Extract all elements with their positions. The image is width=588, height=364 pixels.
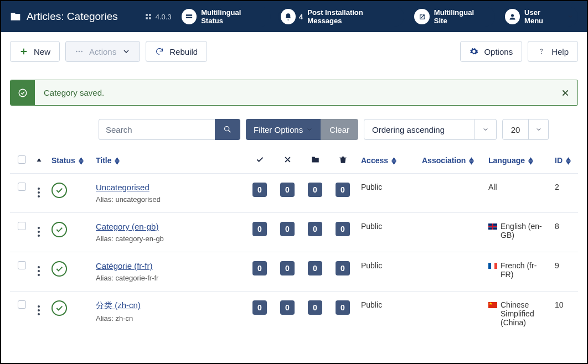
trashed-count[interactable]: 0: [336, 300, 350, 315]
flag-icon: [488, 263, 497, 269]
notifications-button[interactable]: 4 Post Installation Messages: [278, 7, 405, 27]
filter-options-button[interactable]: Filter Options: [246, 119, 321, 140]
publish-toggle[interactable]: [51, 222, 67, 237]
category-title-link[interactable]: Catégorie (fr-fr): [96, 261, 153, 271]
row-id: 8: [550, 213, 578, 252]
page-title: Articles: Categories: [27, 11, 118, 23]
trashed-count[interactable]: 0: [336, 183, 350, 197]
external-link-icon: [414, 9, 429, 24]
category-title-link[interactable]: Category (en-gb): [96, 222, 158, 231]
access-level: Public: [357, 213, 417, 252]
row-actions-button[interactable]: [38, 305, 40, 315]
close-alert-button[interactable]: [553, 80, 577, 105]
published-count[interactable]: 0: [252, 183, 267, 197]
notification-count: 4: [299, 13, 303, 21]
unpublished-count-column[interactable]: [274, 150, 301, 174]
row-checkbox[interactable]: [18, 183, 26, 191]
alert-message: Category saved.: [35, 80, 553, 105]
category-title-link[interactable]: Uncategorised: [96, 183, 149, 192]
published-count[interactable]: 0: [252, 261, 267, 275]
select-all-checkbox[interactable]: [18, 155, 26, 164]
check-circle-icon: [11, 80, 35, 105]
row-actions-button[interactable]: [38, 188, 40, 197]
trashed-count[interactable]: 0: [336, 261, 350, 275]
row-checkbox[interactable]: [18, 222, 26, 230]
archived-count[interactable]: 0: [308, 183, 322, 197]
unpublished-count[interactable]: 0: [280, 222, 295, 236]
ordering-dropdown[interactable]: [474, 119, 497, 140]
bell-icon: [281, 9, 296, 24]
row-id: 10: [550, 292, 578, 336]
publish-toggle[interactable]: [51, 261, 67, 277]
limit-select[interactable]: 20: [502, 119, 529, 140]
new-button[interactable]: New: [10, 41, 60, 62]
limit-dropdown[interactable]: [529, 119, 549, 140]
trashed-count[interactable]: 0: [336, 222, 350, 236]
check-icon: [256, 155, 264, 164]
user-menu-button[interactable]: User Menu: [503, 7, 578, 27]
category-alias: Alias: uncategorised: [96, 195, 241, 204]
categories-table: Status Title Access: [10, 150, 578, 336]
unpublished-count[interactable]: 0: [280, 183, 295, 197]
row-actions-button[interactable]: [38, 266, 40, 276]
multilingual-site-button[interactable]: Multilingual Site: [412, 7, 494, 27]
row-checkbox[interactable]: [18, 300, 26, 309]
row-actions-button[interactable]: [38, 227, 40, 237]
table-row: Catégorie (fr-fr) Alias: categorie-fr-fr…: [10, 252, 578, 292]
language-cell: All: [488, 183, 546, 191]
status-column[interactable]: Status: [47, 150, 91, 174]
language-column[interactable]: Language: [484, 150, 550, 174]
multilingual-status-button[interactable]: Multilingual Status: [179, 7, 271, 27]
publish-toggle[interactable]: [51, 300, 67, 316]
trash-icon: [339, 155, 347, 164]
flag-icon: [488, 302, 497, 308]
unpublished-count[interactable]: 0: [280, 261, 295, 275]
ordering-select[interactable]: Ordering ascending: [364, 119, 474, 140]
question-icon: [537, 47, 546, 56]
actions-button[interactable]: Actions: [65, 41, 140, 62]
language-cell: French (fr-FR): [488, 261, 546, 279]
category-title-link[interactable]: 分类 (zh-cn): [96, 300, 141, 310]
page-title-wrap: Articles: Categories: [10, 11, 118, 23]
clear-button[interactable]: Clear: [321, 119, 358, 140]
toolbar: New Actions Rebuild Options Help: [1, 32, 587, 71]
archived-count-column[interactable]: [301, 150, 329, 174]
association-cell: [417, 292, 484, 336]
archived-count[interactable]: 0: [308, 261, 322, 275]
x-icon: [283, 155, 292, 164]
association-cell: [417, 174, 484, 213]
check-icon: [55, 186, 64, 195]
category-alias: Alias: zh-cn: [96, 314, 241, 323]
search-input[interactable]: [99, 119, 215, 140]
search-button[interactable]: [215, 119, 240, 140]
title-column[interactable]: Title: [91, 150, 246, 174]
access-level: Public: [357, 174, 417, 213]
unpublished-count[interactable]: 0: [280, 300, 295, 315]
help-button[interactable]: Help: [528, 41, 578, 62]
published-count[interactable]: 0: [252, 300, 267, 315]
check-icon: [55, 264, 64, 273]
rebuild-button[interactable]: Rebuild: [146, 41, 207, 62]
published-count[interactable]: 0: [252, 222, 267, 236]
access-column[interactable]: Access: [357, 150, 417, 174]
options-button[interactable]: Options: [460, 41, 522, 62]
row-checkbox[interactable]: [18, 261, 26, 269]
access-level: Public: [357, 292, 417, 336]
language-cell: English (en-GB): [488, 222, 546, 240]
publish-toggle[interactable]: [51, 183, 67, 198]
published-count-column[interactable]: [246, 150, 274, 174]
chevron-down-icon: [122, 47, 131, 56]
ordering-column[interactable]: [30, 150, 47, 174]
check-icon: [55, 225, 64, 234]
trashed-count-column[interactable]: [329, 150, 357, 174]
gear-icon: [470, 47, 478, 56]
close-icon: [561, 89, 570, 97]
user-icon: [505, 9, 520, 24]
id-column[interactable]: ID: [550, 150, 578, 174]
row-id: 9: [550, 252, 578, 292]
archived-count[interactable]: 0: [308, 300, 322, 315]
association-column[interactable]: Association: [417, 150, 484, 174]
table-row: Category (en-gb) Alias: category-en-gb 0…: [10, 213, 578, 252]
search-toolbar: Filter Options Clear Ordering ascending …: [10, 119, 578, 140]
archived-count[interactable]: 0: [308, 222, 322, 236]
